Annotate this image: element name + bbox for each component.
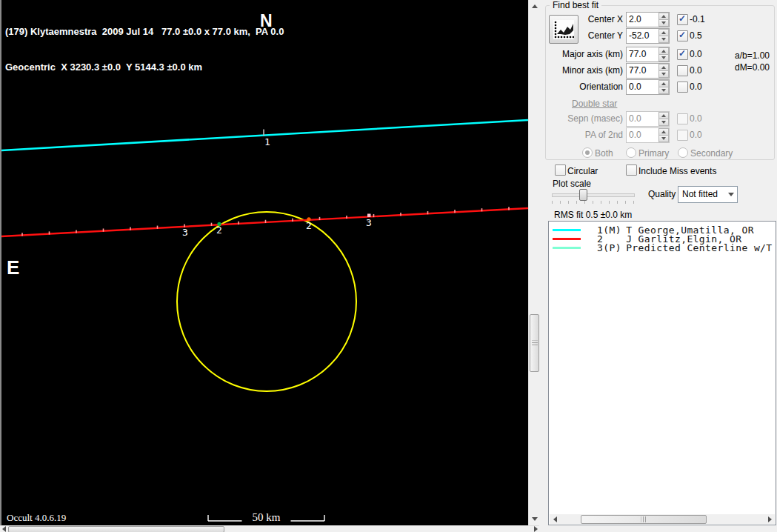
center-y-label: Center Y: [534, 30, 623, 41]
svg-text:50 km: 50 km: [253, 511, 281, 523]
svg-text:1: 1: [264, 136, 270, 147]
plot-scale-slider-ticks: [552, 201, 635, 204]
spin-down-icon: [661, 89, 666, 92]
center-x-input[interactable]: 2.0: [626, 12, 670, 27]
pa-2nd-input: 0.0: [626, 127, 670, 143]
spin-up-icon: [661, 114, 666, 117]
orientation-spinner[interactable]: [658, 80, 669, 94]
quality-dropdown[interactable]: Not fitted: [678, 186, 738, 203]
spin-down-icon: [661, 137, 666, 140]
center-y-result: 0.5: [690, 30, 702, 41]
spin-up-icon: [661, 82, 666, 85]
both-radio-label: Both: [595, 148, 613, 159]
center-x-checkbox[interactable]: [677, 14, 688, 25]
spin-down-icon: [661, 56, 666, 59]
svg-text:2: 2: [216, 225, 222, 236]
orientation-checkbox[interactable]: [677, 82, 688, 93]
include-miss-checkbox[interactable]: [626, 164, 637, 176]
separation-checkbox: [677, 113, 688, 124]
center-x-spinner[interactable]: [658, 13, 669, 27]
chord1-color-swatch: [553, 229, 581, 231]
separation-spinner: [658, 112, 669, 126]
major-axis-label: Major axis (km): [534, 49, 623, 59]
right-arrow-icon: [534, 526, 538, 532]
orientation-input[interactable]: 0.0: [626, 79, 670, 95]
station-name: Predicted Centerline w/T: [626, 242, 772, 253]
center-y-input[interactable]: -52.0: [626, 28, 670, 44]
secondary-radio-label: Secondary: [690, 148, 733, 159]
separation-label: Sepn (masec): [534, 113, 623, 124]
pa-2nd-checkbox: [677, 130, 688, 141]
center-x-result: -0.1: [690, 14, 705, 24]
major-axis-result: 0.0: [690, 49, 702, 59]
spin-up-icon: [661, 15, 666, 18]
svg-text:2: 2: [306, 220, 312, 231]
left-arrow-icon: [553, 516, 557, 522]
pa-2nd-label: PA of 2nd: [534, 130, 623, 140]
legend-horizontal-scrollbar[interactable]: [550, 514, 775, 524]
thumb-grip-icon: [641, 516, 647, 522]
plot-scale-slider-thumb[interactable]: [579, 189, 587, 201]
major-axis-spinner[interactable]: [658, 47, 669, 61]
plot-scale-label: Plot scale: [553, 179, 591, 189]
legend-scroll-right-button[interactable]: [766, 514, 773, 524]
double-star-title: Double star: [572, 99, 617, 109]
asteroid-event-title: (179) Klytaemnestra 2009 Jul 14 77.0 ±0.…: [5, 26, 284, 38]
fit-control-panel: Find best fit Center X 2.0 -0.1 Center Y…: [539, 0, 777, 532]
occultation-plot-canvas[interactable]: 1322350 km (179) Klytaemnestra 2009 Jul …: [1, 0, 528, 525]
major-axis-checkbox[interactable]: [677, 49, 688, 60]
center-x-label: Center X: [534, 14, 623, 24]
orientation-result: 0.0: [690, 82, 702, 92]
major-axis-input[interactable]: 77.0: [626, 47, 670, 62]
station-id: 3(P): [597, 242, 626, 253]
spin-down-icon: [661, 121, 666, 124]
find-best-fit-title: Find best fit: [550, 0, 601, 10]
spin-down-icon: [661, 38, 666, 41]
secondary-radio: [678, 147, 688, 158]
minor-axis-spinner[interactable]: [658, 64, 669, 78]
minor-axis-checkbox[interactable]: [677, 65, 688, 76]
right-arrow-icon: [768, 516, 772, 522]
scroll-down-button[interactable]: [529, 514, 540, 524]
minor-axis-label: Minor axis (km): [534, 65, 623, 76]
separation-result: 0.0: [690, 113, 702, 124]
minor-axis-input[interactable]: 77.0: [626, 63, 670, 79]
quality-label: Quality: [648, 189, 676, 199]
station-legend-list[interactable]: 1(M)T George,Umatilla, OR 2J Garlitz,Elg…: [548, 221, 776, 525]
minor-axis-result: 0.0: [690, 65, 702, 76]
horizontal-scroll-thumb[interactable]: [8, 526, 224, 532]
separation-input: 0.0: [626, 111, 670, 127]
orientation-label: Orientation: [534, 82, 623, 92]
circular-checkbox[interactable]: [555, 164, 566, 176]
chord2-color-swatch: [553, 238, 581, 240]
scroll-right-button[interactable]: [532, 526, 539, 532]
spin-up-icon: [661, 31, 666, 34]
svg-text:3: 3: [182, 227, 188, 238]
down-arrow-icon: [532, 517, 538, 521]
vertical-scroll-thumb[interactable]: [530, 314, 539, 372]
dropdown-arrow-icon: [728, 193, 734, 196]
east-direction-label: E: [7, 256, 19, 279]
center-y-spinner[interactable]: [658, 29, 669, 43]
plot-vertical-scrollbar[interactable]: [528, 0, 540, 525]
circular-label: Circular: [567, 166, 598, 176]
spin-up-icon: [661, 130, 666, 133]
rms-fit-label: RMS fit 0.5 ±0.0 km: [554, 210, 632, 220]
center-y-checkbox[interactable]: [677, 30, 688, 41]
legend-row-station-3[interactable]: 3(P)Predicted Centerline w/T: [553, 244, 776, 253]
app-version-label: Occult 4.0.6.19: [7, 512, 66, 524]
legend-scroll-left-button[interactable]: [551, 514, 558, 524]
north-direction-label: N: [260, 11, 273, 31]
spin-down-icon: [661, 73, 666, 76]
plot-header-text: (179) Klytaemnestra 2009 Jul 14 77.0 ±0.…: [5, 2, 284, 97]
plot-horizontal-scrollbar[interactable]: [0, 525, 539, 532]
primary-radio: [626, 147, 636, 158]
spin-down-icon: [661, 21, 666, 24]
scroll-up-button[interactable]: [529, 1, 540, 11]
dm-label: dM=0.00: [735, 62, 770, 73]
thumb-grip-icon: [532, 341, 538, 346]
scroll-left-button[interactable]: [0, 526, 7, 532]
plot-scale-slider-track[interactable]: [552, 193, 635, 197]
legend-scroll-thumb[interactable]: [581, 515, 707, 524]
svg-text:3: 3: [366, 217, 372, 228]
